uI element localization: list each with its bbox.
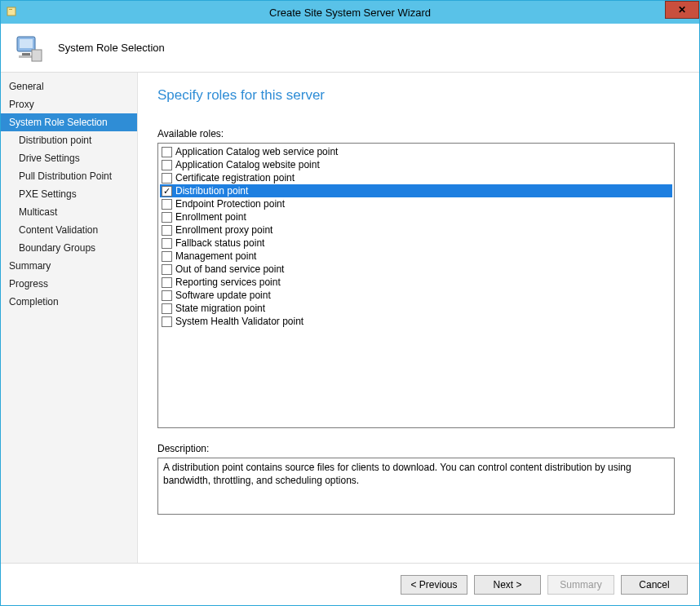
role-label: System Health Validator point xyxy=(175,315,303,328)
close-button[interactable]: ✕ xyxy=(665,1,699,19)
nav-item[interactable]: Progress xyxy=(1,275,137,293)
role-row[interactable]: State migration point xyxy=(160,302,672,315)
role-checkbox[interactable] xyxy=(162,277,172,288)
role-row[interactable]: Reporting services point xyxy=(160,276,672,289)
previous-button-label: < Previous xyxy=(410,579,457,591)
role-checkbox[interactable] xyxy=(162,303,172,314)
description-text: A distribution point contains source fil… xyxy=(163,462,631,486)
title-bar: Create Site System Server Wizard ✕ xyxy=(1,1,699,24)
window-title: Create Site System Server Wizard xyxy=(1,7,699,19)
role-checkbox[interactable] xyxy=(162,251,172,262)
role-row[interactable]: Application Catalog website point xyxy=(160,158,672,171)
wizard-nav: GeneralProxySystem Role SelectionDistrib… xyxy=(1,73,138,563)
nav-item[interactable]: Drive Settings xyxy=(1,149,137,167)
wizard-header: System Role Selection xyxy=(1,24,699,73)
next-button[interactable]: Next > xyxy=(474,575,541,595)
role-row[interactable]: Certificate registration point xyxy=(160,171,672,184)
role-label: Enrollment proxy point xyxy=(175,223,272,237)
header-title: System Role Selection xyxy=(58,42,165,54)
role-label: Endpoint Protection point xyxy=(175,197,285,210)
nav-item[interactable]: Summary xyxy=(1,257,137,275)
role-checkbox[interactable] xyxy=(162,186,172,197)
page-heading: Specify roles for this server xyxy=(157,87,675,104)
role-label: Enrollment point xyxy=(175,210,246,223)
role-row[interactable]: Enrollment proxy point xyxy=(160,223,672,237)
cancel-button[interactable]: Cancel xyxy=(621,575,688,595)
summary-button-label: Summary xyxy=(560,579,601,591)
role-checkbox[interactable] xyxy=(162,290,172,301)
next-button-label: Next > xyxy=(493,579,521,591)
role-checkbox[interactable] xyxy=(162,225,172,236)
description-box: A distribution point contains source fil… xyxy=(157,458,675,515)
summary-button: Summary xyxy=(547,575,614,595)
nav-item[interactable]: Multicast xyxy=(1,203,137,221)
role-row[interactable]: Software update point xyxy=(160,289,672,302)
svg-rect-4 xyxy=(22,53,30,55)
role-label: Management point xyxy=(175,250,256,263)
svg-rect-5 xyxy=(19,55,33,58)
role-row[interactable]: Endpoint Protection point xyxy=(160,197,672,210)
available-roles-list[interactable]: Application Catalog web service pointApp… xyxy=(157,143,675,428)
role-label: Certificate registration point xyxy=(175,171,295,184)
nav-item[interactable]: System Role Selection xyxy=(1,113,137,131)
nav-item[interactable]: Content Validation xyxy=(1,221,137,239)
role-checkbox[interactable] xyxy=(162,316,172,327)
role-row[interactable]: Distribution point xyxy=(160,184,672,197)
role-label: Distribution point xyxy=(175,184,248,197)
role-label: State migration point xyxy=(175,302,265,315)
role-row[interactable]: System Health Validator point xyxy=(160,315,672,328)
wizard-footer: < Previous Next > Summary Cancel xyxy=(1,563,699,605)
available-roles-label: Available roles: xyxy=(157,128,675,139)
svg-rect-6 xyxy=(32,50,42,61)
role-checkbox[interactable] xyxy=(162,238,172,249)
role-checkbox[interactable] xyxy=(162,212,172,223)
close-icon: ✕ xyxy=(678,4,686,15)
server-icon xyxy=(12,32,45,64)
role-label: Software update point xyxy=(175,289,271,302)
role-checkbox[interactable] xyxy=(162,147,172,157)
nav-item[interactable]: Proxy xyxy=(1,95,137,113)
wizard-body: GeneralProxySystem Role SelectionDistrib… xyxy=(1,73,699,563)
nav-item[interactable]: Distribution point xyxy=(1,131,137,149)
role-row[interactable]: Management point xyxy=(160,250,672,263)
role-checkbox[interactable] xyxy=(162,264,172,275)
role-label: Fallback status point xyxy=(175,237,264,250)
nav-item[interactable]: Pull Distribution Point xyxy=(1,167,137,185)
cancel-button-label: Cancel xyxy=(639,579,669,591)
role-label: Out of band service point xyxy=(175,263,284,276)
role-label: Application Catalog web service point xyxy=(175,145,338,158)
role-row[interactable]: Fallback status point xyxy=(160,237,672,250)
role-row[interactable]: Out of band service point xyxy=(160,263,672,276)
wizard-content: Specify roles for this server Available … xyxy=(138,73,699,563)
role-checkbox[interactable] xyxy=(162,199,172,210)
role-row[interactable]: Enrollment point xyxy=(160,210,672,223)
nav-item[interactable]: Boundary Groups xyxy=(1,239,137,257)
role-row[interactable]: Application Catalog web service point xyxy=(160,145,672,158)
description-label: Description: xyxy=(157,443,675,454)
svg-rect-3 xyxy=(20,39,33,48)
nav-item[interactable]: PXE Settings xyxy=(1,185,137,203)
nav-item[interactable]: General xyxy=(1,77,137,95)
nav-item[interactable]: Completion xyxy=(1,293,137,311)
role-label: Application Catalog website point xyxy=(175,158,320,171)
role-checkbox[interactable] xyxy=(162,173,172,184)
previous-button[interactable]: < Previous xyxy=(401,575,467,595)
role-label: Reporting services point xyxy=(175,276,281,289)
role-checkbox[interactable] xyxy=(162,160,172,170)
